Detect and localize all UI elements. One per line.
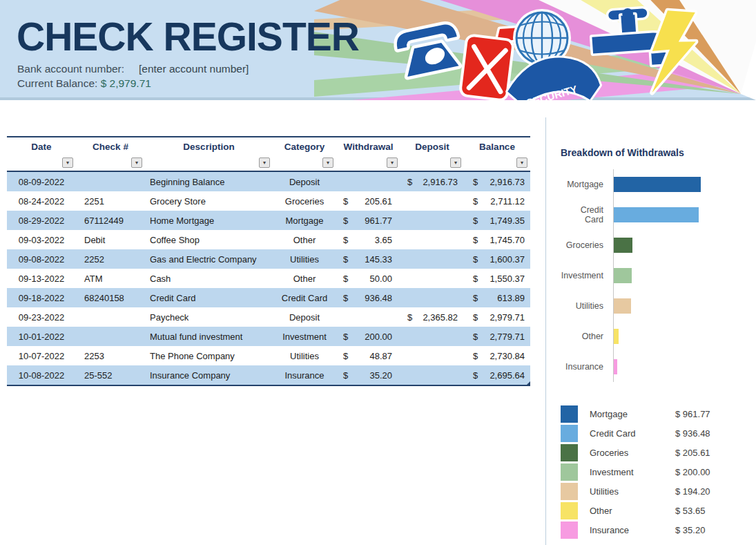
currency-symbol: $: [473, 254, 478, 265]
cell-check-number[interactable]: 2252: [76, 254, 145, 265]
legend-value: $ 961.77: [675, 409, 710, 419]
cell-date[interactable]: 08-09-2022: [7, 177, 76, 187]
cell-balance[interactable]: $1,600.37: [464, 254, 530, 265]
cell-date[interactable]: 09-23-2022: [7, 312, 76, 323]
currency-symbol: $: [343, 370, 348, 381]
cell-check-number[interactable]: ATM: [76, 274, 145, 284]
cell-balance[interactable]: $613.89: [464, 293, 530, 303]
cell-category[interactable]: Insurance: [273, 370, 336, 381]
cell-withdrawal[interactable]: $50.00: [336, 274, 400, 284]
table-row: 09-03-2022DebitCoffee ShopOther$3.65$1,7…: [7, 230, 530, 249]
table-row: 10-01-2022Mutual fund investmentInvestme…: [7, 327, 530, 346]
cell-balance[interactable]: $2,916.73: [464, 177, 530, 187]
cell-balance[interactable]: $2,711.12: [464, 196, 530, 207]
cell-withdrawal[interactable]: $961.77: [336, 216, 400, 226]
currency-symbol: $: [343, 293, 348, 303]
filter-dropdown-icon[interactable]: ▾: [516, 157, 527, 168]
cell-check-number[interactable]: Debit: [76, 235, 145, 245]
cell-deposit[interactable]: $2,916.73: [400, 177, 464, 187]
cell-date[interactable]: 09-08-2022: [7, 254, 76, 265]
cell-date[interactable]: 10-08-2022: [7, 370, 76, 381]
amount: 2,695.64: [490, 370, 525, 381]
cell-category[interactable]: Credit Card: [273, 293, 336, 303]
cell-category[interactable]: Investment: [273, 332, 336, 342]
legend-swatch: [561, 425, 578, 442]
cell-check-number[interactable]: 2251: [76, 196, 145, 207]
cell-description[interactable]: Paycheck: [145, 312, 273, 323]
cell-description[interactable]: The Phone Company: [145, 351, 273, 361]
cell-date[interactable]: 08-29-2022: [7, 216, 76, 226]
filter-dropdown-icon[interactable]: ▾: [62, 157, 73, 168]
amount: 2,916.73: [423, 177, 458, 187]
cell-category[interactable]: Utilities: [273, 351, 336, 361]
chart-bar: [614, 177, 701, 192]
cell-description[interactable]: Home Mortgage: [145, 216, 273, 226]
filter-dropdown-icon[interactable]: ▾: [387, 157, 398, 168]
cell-balance[interactable]: $2,695.64: [464, 370, 530, 381]
legend-category-label: Other: [590, 506, 675, 516]
cell-description[interactable]: Gas and Electric Company: [145, 254, 273, 265]
amount: 1,745.70: [490, 235, 525, 245]
cell-balance[interactable]: $2,779.71: [464, 332, 530, 342]
legend-row: Insurance$ 35.20: [561, 520, 754, 539]
amount: 145.33: [365, 254, 392, 265]
cell-description[interactable]: Beginning Balance: [145, 177, 273, 187]
cell-date[interactable]: 10-01-2022: [7, 332, 76, 342]
filter-dropdown-icon[interactable]: ▾: [322, 157, 333, 168]
filter-dropdown-icon[interactable]: ▾: [131, 157, 142, 168]
chart-legend: Mortgage$ 961.77Credit Card$ 936.48Groce…: [561, 404, 754, 539]
cell-withdrawal[interactable]: $200.00: [336, 332, 400, 342]
cell-date[interactable]: 09-03-2022: [7, 235, 76, 245]
cell-check-number[interactable]: 68240158: [76, 293, 145, 303]
account-number-label: Bank account number:: [17, 63, 139, 75]
cell-category[interactable]: Deposit: [273, 177, 336, 187]
cell-check-number[interactable]: 2253: [76, 351, 145, 361]
cell-category[interactable]: Deposit: [273, 312, 336, 323]
amount: 961.77: [365, 216, 392, 226]
cell-category[interactable]: Groceries: [273, 196, 336, 207]
chart-row: Credit Card: [561, 200, 748, 230]
cell-date[interactable]: 09-13-2022: [7, 274, 76, 284]
cell-date[interactable]: 09-18-2022: [7, 293, 76, 303]
cell-category[interactable]: Utilities: [273, 254, 336, 265]
cell-date[interactable]: 08-24-2022: [7, 196, 76, 207]
column-header-category: Category▾: [273, 137, 336, 171]
cell-withdrawal[interactable]: $3.65: [336, 235, 400, 245]
cell-deposit[interactable]: $2,365.82: [400, 312, 464, 323]
cell-balance[interactable]: $2,979.71: [464, 312, 530, 323]
cell-category[interactable]: Other: [273, 274, 336, 284]
chart-category-label: Other: [561, 332, 609, 341]
chart-row: Mortgage: [561, 169, 748, 200]
amount: 50.00: [369, 274, 392, 284]
cell-withdrawal[interactable]: $48.87: [336, 351, 400, 361]
account-number-field[interactable]: [enter account number]: [139, 63, 249, 75]
chart-category-label: Insurance: [561, 362, 609, 372]
cell-balance[interactable]: $1,550.37: [464, 274, 530, 284]
table-row: 09-08-20222252Gas and Electric CompanyUt…: [7, 249, 530, 269]
cell-description[interactable]: Grocery Store: [145, 196, 273, 207]
filter-dropdown-icon[interactable]: ▾: [450, 157, 461, 168]
filter-dropdown-icon[interactable]: ▾: [259, 157, 270, 168]
cell-date[interactable]: 10-07-2022: [7, 351, 76, 361]
cell-category[interactable]: Mortgage: [273, 216, 336, 226]
cell-withdrawal[interactable]: $145.33: [336, 254, 400, 265]
column-header-date: Date▾: [7, 137, 76, 171]
cell-withdrawal[interactable]: $205.61: [336, 196, 400, 207]
cell-balance[interactable]: $1,745.70: [464, 235, 530, 245]
cell-balance[interactable]: $2,730.84: [464, 351, 530, 361]
cell-category[interactable]: Other: [273, 235, 336, 245]
cell-description[interactable]: Coffee Shop: [145, 235, 273, 245]
cell-withdrawal[interactable]: $35.20: [336, 370, 400, 381]
cell-description[interactable]: Insurance Company: [145, 370, 273, 381]
cell-description[interactable]: Credit Card: [145, 293, 273, 303]
table-resize-handle[interactable]: [525, 381, 530, 386]
cell-withdrawal[interactable]: $936.48: [336, 293, 400, 303]
chart-bar: [614, 329, 619, 344]
currency-symbol: $: [473, 351, 478, 361]
currency-symbol: $: [343, 351, 348, 361]
cell-check-number[interactable]: 67112449: [76, 216, 145, 226]
cell-balance[interactable]: $1,749.35: [464, 216, 530, 226]
cell-description[interactable]: Cash: [145, 274, 273, 284]
cell-description[interactable]: Mutual fund investment: [145, 332, 273, 342]
cell-check-number[interactable]: 25-552: [76, 370, 145, 381]
